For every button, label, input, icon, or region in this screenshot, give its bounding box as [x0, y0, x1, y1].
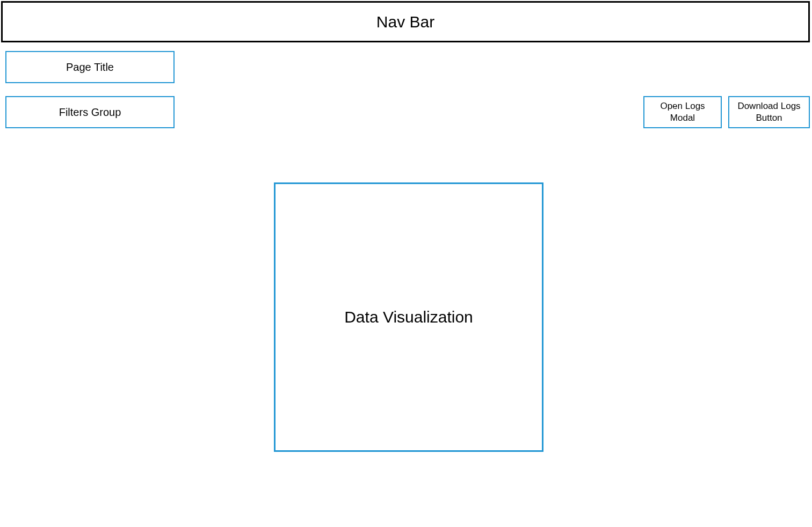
filters-group-label: Filters Group: [59, 106, 121, 119]
page-title: Page Title: [5, 51, 175, 83]
data-visualization-label: Data Visualization: [344, 308, 473, 326]
page-title-label: Page Title: [66, 61, 114, 74]
data-visualization: Data Visualization: [274, 182, 543, 452]
download-logs-button[interactable]: Download Logs Button: [728, 96, 810, 128]
open-logs-modal-label: Open Logs Modal: [649, 100, 716, 124]
nav-bar[interactable]: Nav Bar: [1, 1, 810, 42]
filters-group[interactable]: Filters Group: [5, 96, 175, 128]
download-logs-button-label: Download Logs Button: [734, 100, 804, 124]
open-logs-modal-button[interactable]: Open Logs Modal: [643, 96, 722, 128]
nav-bar-label: Nav Bar: [376, 13, 434, 31]
